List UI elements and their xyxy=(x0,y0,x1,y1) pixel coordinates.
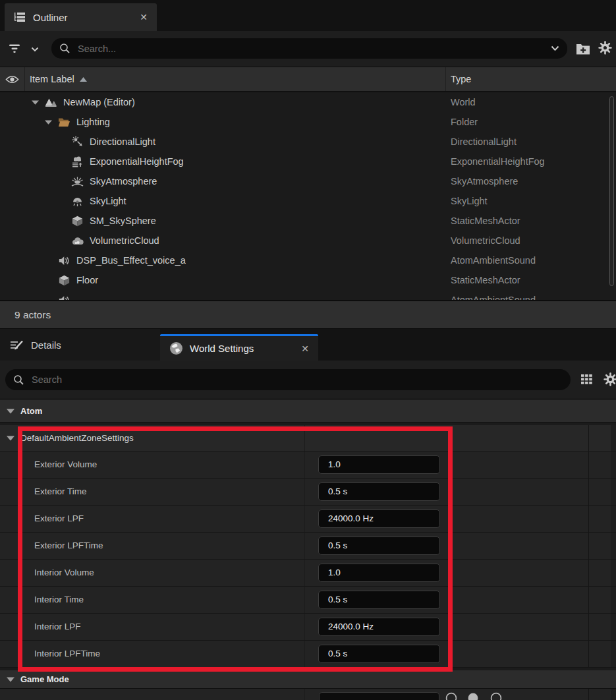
outliner-row-volumetriccloud[interactable]: VolumetricCloud VolumetricCloud xyxy=(0,231,616,250)
property-row-interior-time[interactable]: Interior Time 0.5 s xyxy=(0,587,616,614)
close-icon[interactable]: ✕ xyxy=(140,12,148,22)
outliner-item-label: SM_SkySphere xyxy=(90,216,156,226)
property-label: Exterior Volume xyxy=(34,452,97,478)
property-row-exterior-lpf[interactable]: Exterior LPF 24000.0 Hz xyxy=(0,506,616,533)
gear-icon[interactable] xyxy=(598,41,612,55)
gear-icon[interactable] xyxy=(603,372,616,386)
value-input[interactable]: 0.5 s xyxy=(318,591,440,609)
world-settings-search-input[interactable] xyxy=(30,374,563,386)
outliner-row-lighting[interactable]: Lighting Folder xyxy=(0,112,616,132)
world-icon xyxy=(43,97,59,107)
tab-world-settings[interactable]: World Settings ✕ xyxy=(160,334,318,361)
value-input[interactable]: 24000.0 Hz xyxy=(318,618,440,636)
outliner-item-label: VolumetricCloud xyxy=(90,235,159,246)
outliner-item-type: AtomAmbientSound xyxy=(451,295,536,300)
outliner-item-type: SkyAtmosphere xyxy=(451,176,518,187)
value-input[interactable]: 0.5 s xyxy=(318,537,440,555)
outliner-row-directionallight[interactable]: DirectionalLight DirectionalLight xyxy=(0,132,616,152)
folder-open-icon xyxy=(56,117,72,127)
outliner-item-label: Lighting xyxy=(76,117,110,127)
value-input[interactable]: 1.0 xyxy=(318,564,440,582)
property-row-exterior-time[interactable]: Exterior Time 0.5 s xyxy=(0,479,616,506)
column-divider[interactable] xyxy=(445,67,446,91)
property-row-interior-volume[interactable]: Interior Volume 1.0 xyxy=(0,560,616,587)
property-label: Interior LPFTime xyxy=(34,641,100,667)
static-mesh-icon xyxy=(56,275,72,286)
use-selected-icon[interactable] xyxy=(445,692,457,700)
height-fog-icon xyxy=(69,156,86,167)
outliner-search xyxy=(51,38,567,59)
outliner-toolbar xyxy=(0,31,616,67)
close-icon[interactable]: ✕ xyxy=(301,343,309,354)
outliner-item-type: World xyxy=(451,97,476,107)
property-row-exterior-lpftime[interactable]: Exterior LPFTime 0.5 s xyxy=(0,533,616,560)
type-column-header[interactable]: Type xyxy=(451,74,471,84)
outliner-row-row[interactable]: AtomAmbientSound xyxy=(0,290,616,300)
category-atom[interactable]: Atom xyxy=(0,400,616,423)
outliner-item-label: DSP_Bus_Effect_voice_a xyxy=(76,255,186,266)
outliner-status-bar: 9 actors xyxy=(0,300,616,329)
item-label-column-header[interactable]: Item Label xyxy=(30,74,87,84)
outliner-item-label: Floor xyxy=(76,275,98,285)
outliner-item-label: DirectionalLight xyxy=(90,136,155,147)
value-input[interactable]: 0.5 s xyxy=(318,482,440,501)
world-settings-body: Atom DefaultAmbientZoneSettings Exterior… xyxy=(0,398,616,700)
outliner-item-type: Folder xyxy=(451,117,478,127)
sort-ascending-icon xyxy=(80,77,87,82)
property-label: Exterior LPFTime xyxy=(34,533,103,559)
outliner-icon xyxy=(14,12,26,22)
category-game-mode[interactable]: Game Mode xyxy=(0,670,616,689)
search-options-chevron-icon[interactable] xyxy=(551,45,559,51)
static-mesh-icon xyxy=(69,216,86,227)
outliner-tree: NewMap (Editor) World Lighting Folder Di… xyxy=(0,92,616,300)
outliner-item-type: AtomAmbientSound xyxy=(451,255,536,266)
outliner-item-type: StaticMeshActor xyxy=(451,216,520,226)
display-options-grid-icon[interactable] xyxy=(581,374,592,384)
value-input[interactable]: 1.0 xyxy=(318,455,440,474)
add-folder-icon[interactable] xyxy=(576,44,590,55)
outliner-row-sm-skysphere[interactable]: SM_SkySphere StaticMeshActor xyxy=(0,211,616,231)
expander-down-icon xyxy=(7,677,14,682)
property-label: Exterior LPF xyxy=(34,506,84,532)
property-row-interior-lpf[interactable]: Interior LPF 24000.0 Hz xyxy=(0,614,616,641)
expander-down-icon[interactable] xyxy=(7,436,14,441)
world-settings-tab-title: World Settings xyxy=(190,343,294,354)
group-label: DefaultAmbientZoneSettings xyxy=(20,433,134,443)
expander-down-icon xyxy=(7,409,14,414)
property-row-interior-lpftime[interactable]: Interior LPFTime 0.5 s xyxy=(0,641,616,668)
outliner-scrollbar[interactable] xyxy=(609,96,614,286)
outliner-row-exponentialheightfog[interactable]: ExponentialHeightFog ExponentialHeightFo… xyxy=(0,152,616,171)
group-default-ambient-zone-settings[interactable]: DefaultAmbientZoneSettings xyxy=(0,425,616,452)
property-label: Interior Volume xyxy=(34,560,94,586)
expander-down-icon[interactable] xyxy=(28,100,43,105)
tab-outliner[interactable]: Outliner ✕ xyxy=(5,3,157,31)
filter-icon[interactable] xyxy=(9,44,20,53)
outliner-row-floor[interactable]: Floor StaticMeshActor xyxy=(0,270,616,290)
game-mode-override-field[interactable] xyxy=(319,692,439,700)
browse-icon[interactable] xyxy=(467,692,479,700)
visibility-column-header[interactable] xyxy=(0,67,25,91)
tab-details[interactable]: Details xyxy=(0,329,160,361)
outliner-row-skyatmosphere[interactable]: SkyAtmosphere SkyAtmosphere xyxy=(0,171,616,191)
outliner-row-skylight[interactable]: SkyLight SkyLight xyxy=(0,191,616,211)
outliner-column-header: Item Label Type xyxy=(0,67,616,92)
outliner-item-label: ExponentialHeightFog xyxy=(90,156,184,167)
chevron-down-icon[interactable] xyxy=(31,47,39,52)
world-settings-search xyxy=(5,369,571,390)
outliner-item-type: StaticMeshActor xyxy=(451,275,520,285)
value-input[interactable]: 24000.0 Hz xyxy=(318,510,440,528)
outliner-row-newmap-editor[interactable]: NewMap (Editor) World xyxy=(0,92,616,112)
outliner-search-input[interactable] xyxy=(76,43,545,55)
expander-down-icon[interactable] xyxy=(41,120,56,125)
value-input[interactable]: 0.5 s xyxy=(318,645,440,663)
outliner-item-type: DirectionalLight xyxy=(451,136,517,147)
search-icon xyxy=(59,43,70,54)
add-element-icon[interactable] xyxy=(490,692,502,700)
speaker-icon xyxy=(56,255,72,266)
volumetric-cloud-icon xyxy=(69,237,86,245)
outliner-item-type: VolumetricCloud xyxy=(451,235,520,246)
outliner-row-dsp-bus-effect-voice-a[interactable]: DSP_Bus_Effect_voice_a AtomAmbientSound xyxy=(0,250,616,270)
outliner-item-type: SkyLight xyxy=(451,196,488,206)
outliner-item-label: NewMap (Editor) xyxy=(63,97,135,107)
property-row-exterior-volume[interactable]: Exterior Volume 1.0 xyxy=(0,452,616,479)
